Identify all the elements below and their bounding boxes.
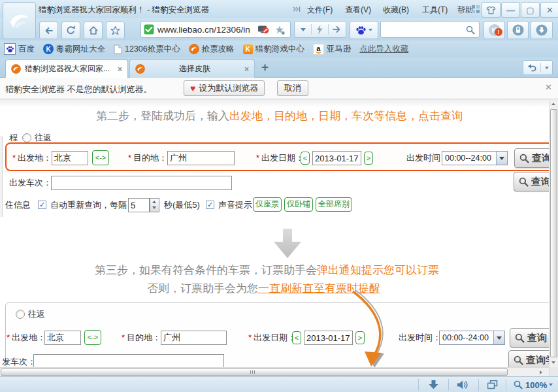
form2-date-prev-button[interactable]: <: [292, 331, 301, 344]
form1-date-input[interactable]: [312, 151, 361, 165]
form2-to-label: 目的地：: [127, 331, 161, 344]
auto-refresh-label: 自动重新查询，每隔: [50, 199, 127, 212]
interval-spinner[interactable]: [150, 198, 159, 212]
home-button[interactable]: [84, 22, 103, 39]
form1-to-input[interactable]: [167, 151, 235, 165]
minimize-button[interactable]: —: [501, 2, 520, 18]
bookmark-baidu[interactable]: 百度: [4, 43, 35, 55]
close-button[interactable]: ✕: [540, 2, 558, 18]
browser-window: 猎豹浏览器祝大家回家顺利！ - 猎豹安全浏览器 文件(F) 查看(V) 收藏(B…: [0, 0, 558, 392]
maximize-button[interactable]: ▢: [521, 2, 540, 18]
bookmark-label: 抢票攻略: [202, 44, 235, 55]
h-scroll-right-arrow[interactable]: [540, 370, 542, 374]
url-dropdown-button[interactable]: [296, 28, 310, 31]
duba-account-button[interactable]: K !: [484, 21, 505, 39]
status-restore-button[interactable]: [487, 380, 498, 392]
form1-date-next-button[interactable]: >: [364, 152, 373, 165]
form1-train-input[interactable]: [51, 176, 232, 190]
browser-logo-button[interactable]: [3, 2, 36, 39]
menu-help[interactable]: 帮助: [457, 5, 473, 16]
bookmark-12306[interactable]: 12306抢票中心: [114, 44, 180, 55]
form2-train-input[interactable]: [33, 354, 224, 368]
sleeper-only-button[interactable]: 仅卧铺: [284, 197, 313, 212]
seat-only-button[interactable]: 仅座票: [253, 197, 282, 212]
favorites-button[interactable]: [106, 22, 125, 39]
url-text[interactable]: www.liebao.cn/12306/in: [157, 25, 250, 35]
adblock-icon[interactable]: [257, 25, 268, 37]
menu-view[interactable]: 查看(V): [345, 5, 371, 16]
roundtrip-radio[interactable]: [22, 133, 31, 142]
tab-close-icon[interactable]: ×: [118, 65, 122, 74]
menu-pin-icon[interactable]: [293, 5, 301, 13]
new-tab-button[interactable]: +: [261, 60, 269, 74]
combo-dropdown-button[interactable]: [493, 331, 504, 344]
status-download-button[interactable]: [429, 380, 438, 392]
cancel-label: 取消: [284, 82, 301, 94]
menu-favorites[interactable]: 收藏(B): [383, 5, 409, 16]
bookmark-amazon[interactable]: a 亚马逊: [313, 44, 352, 55]
v-scrollbar-thumb[interactable]: [550, 109, 557, 357]
reopen-closed-tab-button[interactable]: [523, 60, 553, 75]
downloads-button[interactable]: [531, 21, 553, 39]
status-zoom-button[interactable]: [514, 380, 523, 392]
zoom-level[interactable]: 100%: [525, 380, 547, 390]
back-button[interactable]: [39, 22, 58, 39]
tab-close-icon[interactable]: ×: [244, 65, 249, 74]
form2-roundtrip-radio[interactable]: [16, 310, 25, 319]
add-favorite-star-icon[interactable]: [275, 25, 286, 35]
reopen-dropdown[interactable]: [541, 67, 552, 69]
vertical-scrollbar[interactable]: [549, 99, 558, 376]
search-engine-button[interactable]: [350, 21, 378, 39]
menu-tools[interactable]: 工具(T): [422, 5, 448, 16]
form2-swap-button[interactable]: <->: [84, 330, 101, 345]
sound-checkbox[interactable]: ✓: [206, 201, 214, 209]
notification-close-icon[interactable]: ✕: [545, 82, 552, 92]
refresh-button[interactable]: [61, 22, 80, 39]
speed-boost-button[interactable]: [312, 25, 327, 35]
bookmark-duba[interactable]: K 毒霸网址大全: [43, 44, 105, 55]
zoom-dropdown-icon[interactable]: [549, 384, 553, 386]
site-safe-icon: [144, 24, 154, 35]
menu-file[interactable]: 文件(F): [307, 5, 333, 16]
privacy-button[interactable]: [507, 21, 529, 39]
form2-train-label-cut: 发车次：: [2, 355, 36, 368]
form1-time-select[interactable]: 00:00--24:00: [442, 151, 508, 165]
amazon-icon: a: [313, 44, 324, 55]
spinner-up-icon[interactable]: [152, 201, 156, 203]
import-bookmarks-link[interactable]: 点此导入收藏: [359, 44, 408, 55]
bookmark-label: 毒霸网址大全: [56, 44, 105, 55]
h-scrollbar-thumb[interactable]: [1, 368, 508, 376]
go-button[interactable]: [329, 25, 344, 34]
bookmark-qiangpiao[interactable]: 抢票攻略: [189, 44, 235, 55]
search-icon: [519, 154, 529, 163]
interval-input[interactable]: [128, 198, 150, 212]
search-input[interactable]: [383, 23, 464, 37]
extensions-grid-icon[interactable]: [472, 5, 480, 13]
all-seats-button[interactable]: 全部席别: [316, 197, 352, 212]
form1-swap-button[interactable]: <->: [92, 150, 109, 165]
v-scroll-up-arrow[interactable]: [551, 103, 555, 105]
spinner-down-icon[interactable]: [152, 206, 156, 209]
bookmark-label: 百度: [18, 44, 35, 55]
set-default-button[interactable]: ♥ 设为默认浏览器: [184, 80, 265, 96]
horizontal-scrollbar[interactable]: [0, 367, 549, 376]
v-scroll-down-arrow[interactable]: [551, 361, 555, 364]
auto-refresh-checkbox[interactable]: ✓: [38, 201, 46, 209]
search-icon[interactable]: [466, 25, 475, 35]
form2-time-select[interactable]: 00:00--24:00: [439, 331, 505, 345]
down-arrow-graphic: [273, 229, 302, 259]
form2-to-input[interactable]: [161, 331, 227, 345]
bookmark-game-center[interactable]: K 猎豹游戏中心: [243, 44, 304, 55]
tab-active[interactable]: 猎豹浏览器祝大家回家... ×: [5, 59, 128, 78]
skin-button[interactable]: [482, 2, 501, 18]
leopard-logo-icon: [7, 8, 32, 33]
address-bar[interactable]: www.liebao.cn/12306/in: [140, 21, 291, 38]
form1-from-input[interactable]: [52, 151, 88, 165]
combo-dropdown-button[interactable]: [496, 152, 507, 165]
form1-date-prev-button[interactable]: <: [301, 152, 310, 165]
form2-from-input[interactable]: [44, 331, 81, 345]
tab-inactive[interactable]: 选择皮肤 ×: [129, 59, 255, 78]
cancel-button[interactable]: 取消: [277, 80, 308, 96]
status-mute-button[interactable]: [457, 380, 468, 392]
alert-badge: !: [495, 28, 502, 36]
